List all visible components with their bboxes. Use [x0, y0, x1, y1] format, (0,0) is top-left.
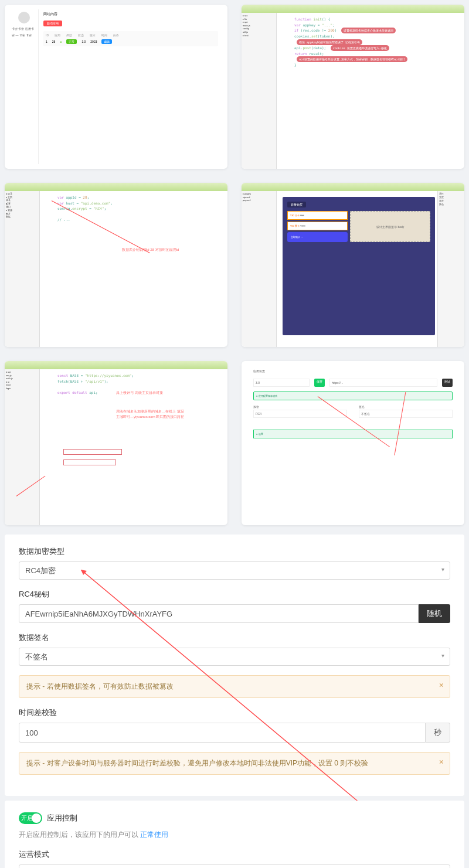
mode-label: 运营模式 [19, 849, 450, 860]
encryption-type-select[interactable]: RC4加密 [19, 561, 450, 580]
thumb-ide-appid: ▸ 目录▸ 主页 登录 配置 接口▸ 资源 图片 数据 var appId = … [5, 183, 227, 347]
thumb-admin-panel: 卡密 卡密 应用卡密 — 卡密 卡密 网站内容 新增应用 ID应用类型状态版本时… [5, 5, 227, 169]
timediff-label: 时间差校验 [19, 707, 450, 718]
thumb-ide-domain: ▸ api req.js auth.js▸ ui main login cons… [5, 361, 227, 525]
app-control-label: 应用控制 [47, 813, 77, 823]
normal-use-link[interactable]: 正常使用 [140, 830, 168, 839]
annotation-design: 具上设计与 高级主页目录对接 [116, 390, 163, 396]
timediff-unit: 秒 [426, 723, 450, 743]
mode-select[interactable]: 免费模式 [19, 864, 450, 868]
rc4-key-input[interactable] [19, 604, 419, 623]
thumb-admin-form: 应用设置 3.0 保存 https://... 测试 ● 应用配置保存成功 加密… [242, 361, 464, 525]
thumb-ide-errors: ▸ src▸ lib▸ api main.js config util.js▸ … [242, 5, 464, 169]
rc4-key-label: RC4秘钥 [19, 589, 450, 600]
settings-form: 数据加密类型 RC4加密 RC4秘钥 随机 数据签名 不签名 提示 - 若使用数… [5, 535, 464, 796]
admin-sidebar: 卡密 卡密 应用卡密 — 卡密 卡密 [9, 9, 39, 164]
close-icon[interactable]: × [439, 680, 444, 690]
app-control-form: 开启 应用控制 开启应用控制后，该应用下的用户可以 正常使用 运营模式 免费模式… [5, 801, 464, 868]
annotation-appid: 数据库介绍说明id 28 对接时的应用id [122, 247, 179, 253]
encryption-type-label: 数据加密类型 [19, 546, 450, 557]
timediff-input[interactable] [19, 723, 426, 743]
alert-sign-tip: 提示 - 若使用数据签名，可有效防止数据被篡改 × [19, 675, 450, 698]
add-app-button[interactable]: 新增应用 [43, 21, 62, 26]
sign-label: 数据签名 [19, 632, 450, 643]
close-icon[interactable]: × [439, 757, 444, 767]
alert-timediff-tip: 提示 - 对客户设备时间与服务器时间进行时差校验，避免用户修改本地时间非法使用V… [19, 752, 450, 775]
app-control-toggle[interactable]: 开启 [19, 812, 42, 824]
annotation-domain: 用法在域名头加测所用的域名…在线上 填写主域即可…yiyuanos.com 即后… [116, 409, 186, 420]
sign-select[interactable]: 不签名 [19, 648, 450, 666]
random-button[interactable]: 随机 [419, 604, 450, 623]
thumb-ide-preview: ▸ pages vip.xml pay.xml 套餐购买 ¥30 月卡 ¥50 … [242, 183, 464, 347]
screenshot-gallery: 卡密 卡密 应用卡密 — 卡密 卡密 网站内容 新增应用 ID应用类型状态版本时… [0, 0, 469, 530]
app-control-help: 开启应用控制后，该应用下的用户可以 正常使用 [19, 830, 450, 840]
